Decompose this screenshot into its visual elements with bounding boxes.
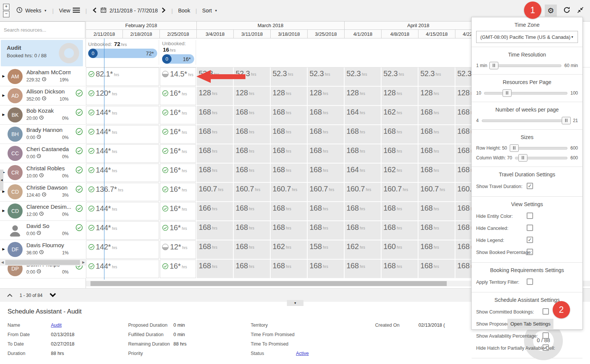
- availability-cell[interactable]: 52.3hrs: [345, 67, 381, 86]
- search-range-cell[interactable]: 144*hrs: [86, 125, 159, 144]
- availability-cell[interactable]: 168hrs: [382, 221, 418, 240]
- search-input[interactable]: [0, 21, 85, 38]
- week-header-cell[interactable]: 3/11/2018: [234, 30, 271, 38]
- resource-row[interactable]: ▶CDChristie Dawson124:403%: [0, 182, 86, 202]
- open-tab-settings-button[interactable]: Open Tab Settings: [507, 319, 553, 329]
- checkbox[interactable]: [527, 213, 533, 219]
- search-range-cell[interactable]: 16*hrs: [160, 221, 196, 240]
- availability-cell[interactable]: 52.3hrs: [308, 67, 344, 86]
- availability-cell[interactable]: 168hrs: [418, 240, 455, 259]
- checkbox[interactable]: [527, 225, 533, 231]
- availability-cell[interactable]: 160.7hrs: [308, 183, 344, 201]
- availability-cell[interactable]: 162hrs: [345, 240, 381, 259]
- checkbox[interactable]: ✓: [527, 237, 533, 243]
- search-range-cell[interactable]: 144*hrs: [86, 164, 159, 182]
- page-down-button[interactable]: [49, 292, 56, 299]
- search-range-cell[interactable]: 12*hrs: [160, 240, 196, 259]
- availability-cell[interactable]: 168hrs: [197, 144, 233, 163]
- slider[interactable]: [490, 64, 561, 67]
- availability-cell[interactable]: 168hrs: [234, 240, 270, 259]
- availability-cell[interactable]: 168hrs: [382, 144, 418, 163]
- zoom-in-button[interactable]: +: [3, 4, 9, 10]
- unbooked-pill[interactable]: 016*: [162, 54, 194, 64]
- availability-cell[interactable]: 168hrs: [271, 202, 307, 220]
- availability-cell[interactable]: 160.7hrs: [271, 183, 307, 201]
- availability-cell[interactable]: 128hrs: [308, 87, 344, 105]
- search-range-cell[interactable]: 82.1*hrs: [86, 67, 159, 86]
- availability-cell[interactable]: 168hrs: [308, 106, 344, 124]
- availability-cell[interactable]: 168hrs: [234, 221, 270, 240]
- availability-cell[interactable]: 168hrs: [234, 164, 270, 182]
- availability-cell[interactable]: 168hrs: [234, 260, 270, 278]
- search-range-cell[interactable]: 144*hrs: [86, 221, 159, 240]
- search-range-cell[interactable]: 144*hrs: [86, 260, 159, 278]
- expand-arrow-icon[interactable]: ▶: [2, 113, 5, 116]
- availability-cell[interactable]: 168hrs: [308, 125, 344, 144]
- availability-cell[interactable]: 168hrs: [271, 144, 307, 163]
- resource-row[interactable]: CCCheri Castaneda0:000%: [0, 144, 86, 163]
- availability-cell[interactable]: 168hrs: [197, 164, 233, 182]
- availability-cell[interactable]: 168hrs: [197, 125, 233, 144]
- availability-cell[interactable]: 168hrs: [418, 144, 455, 163]
- availability-cell[interactable]: 160.7hrs: [234, 183, 270, 201]
- scroll-left-icon[interactable]: ◀: [1, 260, 4, 264]
- week-header-cell[interactable]: 3/25/2018: [308, 30, 345, 38]
- week-header-cell[interactable]: 4/15/2018: [418, 30, 455, 38]
- availability-cell[interactable]: 168hrs: [418, 260, 455, 278]
- expand-arrow-icon[interactable]: ▶: [2, 93, 5, 97]
- availability-cell[interactable]: 168hrs: [308, 221, 344, 240]
- availability-cell[interactable]: 168hrs: [271, 106, 307, 124]
- slider-handle[interactable]: [510, 144, 519, 152]
- availability-cell[interactable]: 168hrs: [345, 125, 381, 144]
- prev-range-button[interactable]: [90, 5, 99, 17]
- availability-cell[interactable]: 166hrs: [197, 202, 233, 220]
- scroll-right-icon[interactable]: ▶: [82, 260, 85, 264]
- sidebar-horizontal-scrollbar[interactable]: ◀ ▶: [0, 259, 86, 266]
- availability-cell[interactable]: 168hrs: [308, 144, 344, 163]
- scrollbar-thumb[interactable]: [5, 260, 80, 265]
- search-range-cell[interactable]: 16*hrs: [160, 183, 196, 201]
- search-range-cell[interactable]: 16*hrs: [160, 106, 196, 124]
- week-header-cell[interactable]: 4/8/2018: [382, 30, 418, 38]
- resource-row[interactable]: ▶ADAllison Dickson352:0010%: [0, 86, 86, 106]
- sort-button[interactable]: Sort ▼: [201, 5, 219, 16]
- week-header-cell[interactable]: 2/11/2018: [86, 30, 123, 38]
- collapse-bottom-panel-handle[interactable]: ▼: [287, 300, 303, 306]
- detail-field-value[interactable]: Audit: [51, 323, 62, 328]
- unbooked-pill[interactable]: 072*: [88, 49, 157, 58]
- resource-row[interactable]: ▶AMAbraham McCormi...229:3219%: [0, 67, 86, 86]
- availability-cell[interactable]: 168hrs: [308, 164, 344, 182]
- availability-cell[interactable]: 164hrs: [345, 106, 381, 124]
- availability-cell[interactable]: 168hrs: [271, 260, 307, 278]
- search-range-cell[interactable]: 16*hrs: [160, 125, 196, 144]
- search-range-cell[interactable]: 142*hrs: [86, 240, 159, 259]
- scrollbar-thumb[interactable]: [90, 281, 447, 286]
- availability-cell[interactable]: 168hrs: [418, 125, 455, 144]
- checkbox[interactable]: ✓: [542, 344, 549, 351]
- checkbox[interactable]: [542, 308, 549, 315]
- book-button[interactable]: Book: [176, 5, 192, 16]
- search-range-cell[interactable]: 144*hrs: [86, 144, 159, 163]
- slider[interactable]: [510, 147, 567, 150]
- availability-cell[interactable]: 162hrs: [382, 164, 418, 182]
- week-header-cell[interactable]: 2/25/2018: [160, 30, 197, 38]
- slider-handle[interactable]: [562, 117, 571, 124]
- availability-cell[interactable]: 128hrs: [271, 87, 307, 105]
- availability-cell[interactable]: 158hrs: [308, 240, 344, 259]
- checkbox[interactable]: [542, 332, 549, 339]
- availability-cell[interactable]: 168hrs: [382, 202, 418, 220]
- availability-cell[interactable]: 168hrs: [418, 221, 455, 240]
- search-range-cell[interactable]: 144*hrs: [86, 202, 159, 220]
- week-header-cell[interactable]: 4/1/2018: [345, 30, 382, 38]
- collapse-board-button[interactable]: [577, 6, 584, 15]
- availability-cell[interactable]: 168hrs: [271, 125, 307, 144]
- requirement-tile[interactable]: Audit Booked hrs: 0 / 88: [1, 40, 83, 66]
- availability-cell[interactable]: 168hrs: [345, 221, 381, 240]
- availability-cell[interactable]: 128hrs: [234, 87, 270, 105]
- expand-arrow-icon[interactable]: ▶: [2, 74, 5, 78]
- availability-cell[interactable]: 160.7hrs: [345, 183, 381, 201]
- availability-cell[interactable]: 168hrs: [234, 106, 270, 124]
- availability-cell[interactable]: 168hrs: [382, 260, 418, 278]
- slider-handle[interactable]: [503, 89, 512, 97]
- availability-cell[interactable]: 168hrs: [345, 144, 381, 163]
